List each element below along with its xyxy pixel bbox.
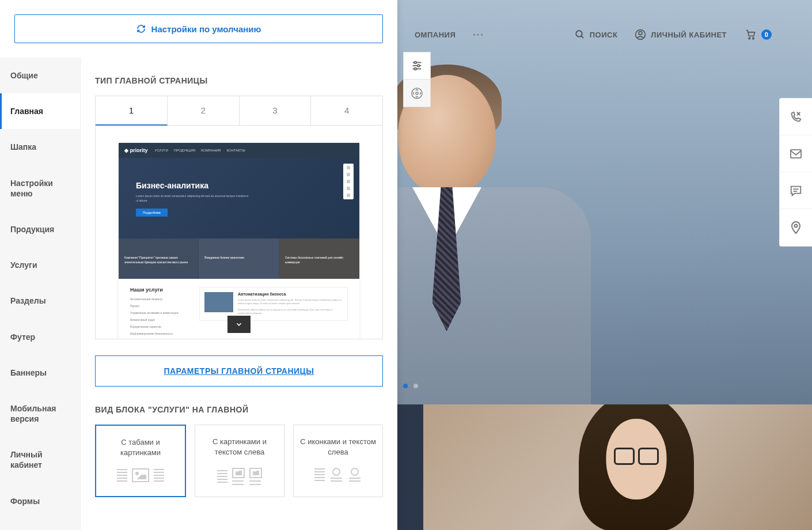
- account-label: ЛИЧНЫЙ КАБИНЕТ: [651, 31, 727, 39]
- location-button[interactable]: [780, 209, 812, 246]
- nav-company[interactable]: ОМПАНИЯ: [415, 31, 456, 39]
- svg-line-1: [581, 36, 583, 38]
- option-label: С картинками и текстом слева: [201, 437, 278, 457]
- svg-point-9: [414, 62, 416, 64]
- svg-point-11: [414, 68, 416, 70]
- cart-button[interactable]: 0: [744, 29, 772, 40]
- variant-tab-label: 4: [344, 105, 349, 115]
- variant-tab-4[interactable]: 4: [311, 96, 382, 125]
- mock-services-title: Наши услуги: [130, 287, 188, 293]
- sidebar-item-label: Футер: [10, 332, 35, 342]
- sidebar-item-label: Продукция: [10, 225, 54, 234]
- sidebar-item-footer[interactable]: Футер: [0, 319, 80, 355]
- sidebar-item-label: Шапка: [10, 142, 36, 152]
- phone-icon: [790, 111, 802, 123]
- defaults-bar: Настройки по умолчанию: [0, 0, 397, 58]
- chat-icon: [790, 184, 802, 197]
- sidebar-item-label: Формы: [10, 497, 40, 506]
- svg-point-5: [753, 37, 754, 39]
- expand-preview-button[interactable]: [227, 316, 251, 333]
- sidebar-item-banners[interactable]: Баннеры: [0, 355, 80, 391]
- sidebar-item-label: Мобильная версия: [10, 404, 56, 423]
- sidebar-item-main[interactable]: Главная: [0, 93, 80, 129]
- variant-tab-3[interactable]: 3: [240, 96, 312, 125]
- variant-tabs: 1 2 3 4: [96, 96, 382, 126]
- settings-sidebar: Общие Главная Шапка Настройки меню Проду…: [0, 58, 81, 530]
- variant-tab-2[interactable]: 2: [168, 96, 240, 125]
- home-params-button[interactable]: ПАРАМЕТРЫ ГЛАВНОЙ СТРАНИЦЫ: [95, 355, 383, 387]
- option-preview-icon: [299, 468, 377, 482]
- option-label: С иконками и текстом слева: [299, 437, 377, 457]
- services-view-options: С табами и картинками С картинками и тек…: [95, 425, 383, 497]
- mock-hero-title: Бизнес-аналитика: [136, 181, 342, 190]
- callback-button[interactable]: [780, 99, 812, 135]
- variant-tab-1[interactable]: 1: [96, 96, 168, 126]
- variant-tab-label: 2: [200, 105, 205, 115]
- search-button[interactable]: ПОИСК: [575, 29, 618, 40]
- hero-slider-dots[interactable]: [403, 384, 418, 388]
- option-preview-icon: [201, 468, 278, 485]
- move-tool-button[interactable]: [403, 80, 431, 107]
- refresh-icon: [136, 24, 146, 33]
- mail-icon: [790, 149, 802, 159]
- option-icons-left[interactable]: С иконками и текстом слева: [293, 425, 383, 497]
- tile-person-illustration: [579, 404, 694, 530]
- sidebar-item-services[interactable]: Услуги: [0, 247, 80, 283]
- mock-hero-button: Подробнее: [136, 209, 168, 217]
- cart-count-badge: 0: [761, 29, 772, 40]
- mock-logo: priority: [124, 147, 148, 153]
- svg-point-0: [576, 31, 582, 37]
- sidebar-item-label: Услуги: [10, 260, 37, 270]
- chat-button[interactable]: [780, 172, 812, 209]
- settings-tool-button[interactable]: [403, 52, 431, 80]
- variant-tab-label: 1: [129, 105, 134, 115]
- user-icon: [635, 29, 646, 40]
- home-type-selector: 1 2 3 4 priority УСЛУГИ ПРОДУКЦИЯ КОМПАН…: [95, 96, 383, 339]
- sidebar-item-header[interactable]: Шапка: [0, 129, 80, 165]
- reset-defaults-button[interactable]: Настройки по умолчанию: [14, 14, 383, 43]
- svg-point-4: [749, 37, 750, 39]
- sidebar-item-label: Разделы: [10, 296, 46, 305]
- settings-main[interactable]: ТИП ГЛАВНОЙ СТРАНИЦЫ 1 2 3 4 priority УС…: [81, 58, 397, 530]
- mock-card-title: Автоматизация бизнеса: [238, 292, 343, 296]
- reset-defaults-label: Настройки по умолчанию: [151, 24, 261, 34]
- floating-tools: [403, 52, 431, 107]
- home-params-label: ПАРАМЕТРЫ ГЛАВНОЙ СТРАНИЦЫ: [164, 366, 314, 376]
- variant-preview: priority УСЛУГИ ПРОДУКЦИЯ КОМПАНИЯ КОНТА…: [96, 126, 382, 339]
- svg-point-3: [639, 32, 642, 35]
- option-preview-icon: [102, 468, 179, 482]
- location-icon: [790, 221, 802, 234]
- search-label: ПОИСК: [590, 31, 618, 39]
- section-title-home-type: ТИП ГЛАВНОЙ СТРАНИЦЫ: [95, 76, 383, 85]
- variant-tab-label: 3: [272, 105, 277, 115]
- sliders-icon: [411, 59, 423, 72]
- sidebar-item-forms[interactable]: Формы: [0, 483, 80, 519]
- move-icon: [410, 86, 424, 100]
- settings-panel: Настройки по умолчанию Общие Главная Шап…: [0, 0, 397, 530]
- mock-site-preview: priority УСЛУГИ ПРОДУКЦИЯ КОМПАНИЯ КОНТА…: [119, 143, 359, 339]
- option-tabs-images[interactable]: С табами и картинками: [95, 425, 186, 497]
- sidebar-item-account[interactable]: Личный кабинет: [0, 437, 80, 483]
- sidebar-item-label: Общие: [10, 71, 38, 80]
- chevron-down-icon: [235, 320, 243, 328]
- option-images-left[interactable]: С картинками и текстом слева: [195, 425, 284, 497]
- sidebar-item-products[interactable]: Продукция: [0, 211, 80, 247]
- tile-right[interactable]: [423, 404, 812, 530]
- nav-more-icon[interactable]: •••: [473, 31, 484, 39]
- sidebar-item-menu[interactable]: Настройки меню: [0, 165, 80, 211]
- email-button[interactable]: [780, 135, 812, 172]
- sidebar-item-sections[interactable]: Разделы: [0, 283, 80, 319]
- svg-rect-14: [791, 149, 801, 157]
- sidebar-item-label: Главная: [10, 107, 43, 116]
- sidebar-item-general[interactable]: Общие: [0, 58, 80, 93]
- cart-icon: [744, 29, 757, 40]
- sidebar-item-mobile[interactable]: Мобильная версия: [0, 391, 80, 437]
- svg-point-10: [418, 65, 420, 67]
- account-button[interactable]: ЛИЧНЫЙ КАБИНЕТ: [635, 29, 727, 40]
- sidebar-item-label: Личный кабинет: [10, 450, 43, 470]
- section-title-services-view: ВИД БЛОКА "УСЛУГИ" НА ГЛАВНОЙ: [95, 405, 383, 414]
- svg-point-17: [795, 225, 798, 228]
- sidebar-item-label: Настройки меню: [10, 179, 53, 198]
- svg-point-13: [416, 92, 418, 94]
- sidebar-item-label: Баннеры: [10, 368, 47, 377]
